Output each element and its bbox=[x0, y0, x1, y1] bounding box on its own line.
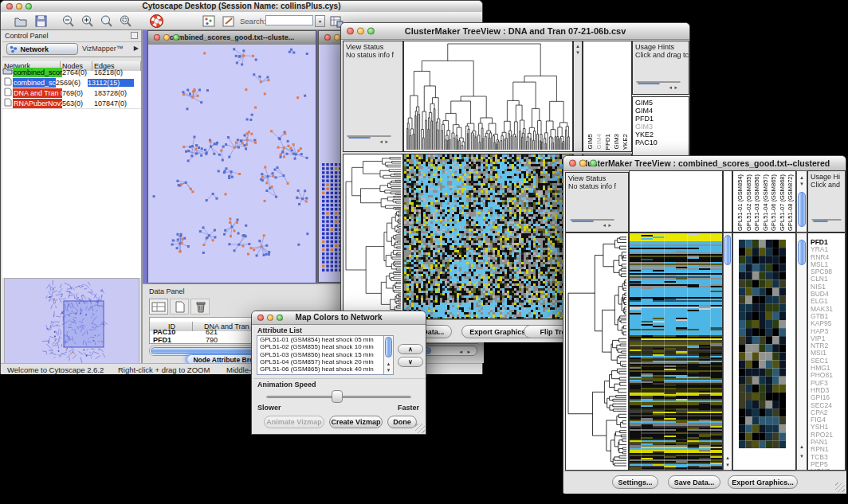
move-attribute-up-button[interactable]: ∧ bbox=[398, 344, 423, 354]
attribute-listbox[interactable]: GPL51-01 (GSM854) heat shock 05 minGPL51… bbox=[257, 335, 394, 375]
tv2-zoom-heatmap[interactable] bbox=[732, 232, 796, 471]
tv2-heatmap[interactable] bbox=[629, 232, 723, 471]
tv1-row-dendrogram[interactable] bbox=[343, 154, 403, 319]
gene-label[interactable]: GIM3 bbox=[633, 123, 689, 131]
minimize-icon[interactable] bbox=[579, 160, 587, 167]
search-dropdown-button[interactable]: ▾ bbox=[315, 15, 325, 27]
attribute-item[interactable]: GPL51-02 (GSM855) heat shock 10 min bbox=[257, 343, 393, 350]
scroll-down-icon[interactable]: ▾ bbox=[384, 367, 393, 373]
close-icon[interactable] bbox=[257, 315, 264, 321]
attribute-item[interactable]: GPL51-03 (GSM856) heat shock 15 min bbox=[257, 351, 393, 358]
scroll-up-icon[interactable]: ▴ bbox=[797, 174, 807, 180]
scroll-down-icon[interactable]: ▾ bbox=[797, 181, 807, 186]
gene-label[interactable]: GIM4 bbox=[633, 107, 689, 115]
tv1-usage-scrollbar[interactable]: ◂ ▸ bbox=[636, 81, 681, 83]
minimize-icon[interactable] bbox=[16, 3, 22, 10]
tv2-export-graphics-button[interactable]: Export Graphics... bbox=[728, 475, 798, 489]
zoom-fit-icon[interactable] bbox=[100, 14, 114, 29]
animate-vizmap-button[interactable]: Animate Vizmap bbox=[264, 416, 324, 428]
attribute-list-scrollbar[interactable]: ▴ ▾ bbox=[383, 336, 393, 374]
birdseye-view[interactable] bbox=[4, 278, 139, 364]
float-panel-icon[interactable] bbox=[131, 32, 138, 39]
tv2-row-dendrogram[interactable] bbox=[565, 232, 629, 471]
scroll-right-icon[interactable]: ▸ bbox=[608, 222, 611, 229]
treeview2-titlebar[interactable]: ClusterMaker TreeView : combined_scores_… bbox=[563, 156, 846, 171]
scroll-down-icon[interactable]: ▾ bbox=[724, 462, 732, 467]
main-titlebar[interactable]: Cytoscape Desktop (Session Name: collins… bbox=[1, 1, 482, 13]
done-button[interactable]: Done bbox=[387, 416, 417, 428]
network-canvas[interactable] bbox=[148, 45, 316, 283]
minimize-icon[interactable] bbox=[357, 28, 364, 35]
gene-label[interactable]: PFD1 bbox=[633, 115, 689, 123]
tv2-genelist-scrollbar[interactable]: ▴ ▾ bbox=[796, 232, 807, 471]
zoom-window-icon[interactable] bbox=[277, 315, 283, 321]
zoom-window-icon[interactable] bbox=[367, 28, 375, 35]
delete-attribute-icon[interactable] bbox=[190, 299, 210, 315]
attribute-item[interactable]: GPL51-01 (GSM854) heat shock 05 min bbox=[257, 336, 393, 343]
scroll-right-icon[interactable]: ▸ bbox=[674, 84, 677, 91]
table-mode-icon[interactable] bbox=[149, 299, 168, 315]
scroll-right-icon[interactable]: ▸ bbox=[385, 139, 388, 145]
close-icon[interactable] bbox=[569, 160, 576, 167]
tv2-usage-scrollbar[interactable] bbox=[811, 219, 842, 221]
zoom-out-icon[interactable] bbox=[61, 14, 76, 29]
save-icon[interactable] bbox=[34, 14, 49, 29]
zoom-window-icon[interactable] bbox=[590, 160, 597, 167]
attribute-item[interactable]: GPL51-06 (GSM865) heat shock 40 min bbox=[257, 365, 393, 373]
new-attribute-icon[interactable] bbox=[170, 299, 189, 315]
tab-network[interactable]: Network bbox=[6, 43, 78, 55]
zoom-in-icon[interactable] bbox=[80, 14, 95, 29]
network-manager-icon[interactable] bbox=[202, 14, 216, 29]
open-icon[interactable] bbox=[14, 14, 28, 29]
tv1-heatmap[interactable] bbox=[403, 154, 573, 319]
attribute-item[interactable]: GPL51-04 (GSM857) heat shock 20 min bbox=[257, 358, 393, 365]
tv2-column-dendrogram[interactable] bbox=[629, 170, 723, 232]
tv1-status-scrollbar[interactable]: ◂ ▸ bbox=[347, 135, 391, 137]
zoom-selected-icon[interactable] bbox=[119, 14, 133, 29]
resize-grip[interactable] bbox=[835, 483, 845, 492]
close-icon[interactable] bbox=[347, 28, 354, 35]
scroll-up-icon[interactable]: ▴ bbox=[724, 455, 732, 460]
minimize-icon[interactable] bbox=[334, 34, 340, 41]
close-icon[interactable] bbox=[154, 34, 160, 41]
dialog-titlebar[interactable]: Map Colors to Network bbox=[252, 311, 426, 325]
scroll-left-icon[interactable]: ◂ bbox=[603, 222, 606, 229]
scroll-left-icon[interactable]: ◂ bbox=[379, 139, 383, 145]
network-row[interactable]: combined_scores2764(0)16218(0) bbox=[2, 67, 141, 77]
scroll-up-icon[interactable]: ▴ bbox=[797, 443, 807, 449]
scroll-left-icon[interactable]: ◂ bbox=[459, 349, 462, 355]
animation-speed-slider[interactable] bbox=[263, 389, 414, 405]
scroll-down-icon[interactable]: ▾ bbox=[574, 49, 582, 55]
network-row[interactable]: combined_sco2569(6)13112(15) bbox=[2, 77, 141, 88]
network-row[interactable]: RNAPuberNov2+563(0)107847(0) bbox=[2, 98, 141, 108]
window-controls[interactable] bbox=[6, 3, 32, 10]
tv2-status-scrollbar[interactable]: ◂ ▸ bbox=[570, 219, 614, 221]
tab-overflow-icon[interactable]: ▶ bbox=[134, 45, 139, 52]
move-attribute-down-button[interactable]: ∨ bbox=[398, 357, 423, 367]
gene-label[interactable]: GIM5 bbox=[633, 99, 689, 107]
tab-vizmapper[interactable]: VizMapper™ bbox=[82, 45, 124, 53]
gene-label[interactable]: PAC10 bbox=[633, 139, 689, 147]
scroll-up-icon[interactable]: ▴ bbox=[574, 43, 582, 49]
attribute-item[interactable]: GPL51-07 (GSM868) heat shock 60 min bbox=[257, 373, 393, 375]
zoom-window-icon[interactable] bbox=[26, 3, 32, 10]
tv2-save-data-button[interactable]: Save Data... bbox=[668, 475, 720, 489]
resize-grip[interactable] bbox=[415, 424, 425, 433]
close-icon[interactable] bbox=[324, 34, 331, 41]
treeview1-titlebar[interactable]: ClusterMaker TreeView : DNA and Tran 07-… bbox=[341, 23, 689, 40]
scroll-left-icon[interactable]: ◂ bbox=[669, 84, 672, 91]
scroll-up-icon[interactable]: ▴ bbox=[384, 361, 393, 366]
scroll-down-icon[interactable]: ▾ bbox=[797, 453, 807, 459]
search-input[interactable] bbox=[265, 15, 313, 25]
tv2-settings-button[interactable]: Settings... bbox=[612, 475, 658, 489]
gene-label[interactable]: YKE2 bbox=[633, 131, 689, 139]
close-icon[interactable] bbox=[6, 3, 13, 10]
scroll-right-icon[interactable]: ▸ bbox=[467, 349, 470, 355]
zoom-window-icon[interactable] bbox=[173, 34, 179, 41]
minimize-icon[interactable] bbox=[163, 34, 170, 41]
annotation-icon[interactable] bbox=[222, 14, 236, 29]
tv1-column-dendrogram[interactable] bbox=[403, 41, 573, 152]
tv2-gene-list[interactable]: PFD1YRA1RNR4MSL1SPC98CLN1NIS1BUD4ELG1MAK… bbox=[807, 232, 846, 471]
minimize-icon[interactable] bbox=[267, 315, 273, 321]
network-row[interactable]: DNA and Tran 07769(0)183728(0) bbox=[2, 88, 141, 98]
